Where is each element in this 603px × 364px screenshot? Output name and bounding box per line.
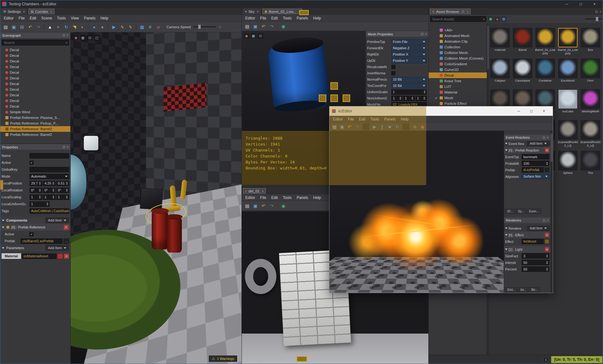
asset-thumbnail[interactable]: ExcelsiorII	[557, 59, 579, 89]
thumbnail-size-slider[interactable]	[585, 19, 602, 19]
event-type-field[interactable]: burnmark	[522, 154, 549, 159]
asset-type-item[interactable]: Collection	[429, 44, 487, 50]
asset-thumbnail[interactable]: Container	[534, 59, 556, 89]
normal-precision-select[interactable]: 10 Bit	[391, 77, 427, 82]
asset-type-item[interactable]: Decal	[429, 72, 487, 78]
menu-item[interactable]: Panels	[294, 15, 311, 21]
minimize-button[interactable]: ─	[560, 0, 574, 8]
asset-browser-tab[interactable]: ⊛ Asset Browser ⊡ ×	[429, 8, 471, 14]
new-document-icon[interactable]: ▤	[243, 23, 251, 30]
close-panel-icon[interactable]: ×	[547, 136, 549, 139]
stop-icon[interactable]: ■	[386, 123, 393, 130]
white-cube[interactable]	[84, 136, 98, 150]
scaling-y-spinner[interactable]: 1	[43, 195, 56, 200]
render-mode-icon[interactable]: ●	[90, 23, 98, 31]
simulate-fast-icon[interactable]: ϟ	[127, 23, 134, 31]
scenegraph-item[interactable]: Decal	[0, 98, 70, 104]
new-document-icon[interactable]: ▤	[243, 202, 251, 210]
size-factor-spinner[interactable]: 3	[522, 253, 549, 259]
asset-type-item[interactable]: <All>	[429, 27, 487, 33]
grid-view-icon[interactable]: ▦	[251, 33, 256, 39]
scenegraph-item[interactable]: Simple Wind	[0, 109, 70, 115]
reaction-prefab-field[interactable]: rk.ezPrefab	[522, 167, 544, 173]
camera-icon[interactable]: ◉	[244, 33, 249, 39]
rotation-z-spinner[interactable]: 0°	[56, 188, 69, 193]
magnet-icon[interactable]: ∪	[155, 23, 162, 31]
panel-tab[interactable]: Ini...	[518, 287, 529, 292]
camera-speed-slider[interactable]	[193, 26, 216, 27]
close-panel-icon[interactable]: ×	[547, 219, 549, 222]
menu-item[interactable]: Panels	[382, 116, 398, 122]
float-panel-icon[interactable]: ⊡	[543, 219, 545, 222]
asset-search-input[interactable]	[432, 17, 483, 21]
globalkey-field[interactable]	[30, 167, 69, 172]
type-check-icon[interactable]: ✓	[434, 96, 438, 100]
texcoord-precision-select[interactable]: 16 Bit	[391, 83, 427, 88]
material-color-swatch[interactable]	[57, 254, 63, 259]
tab-close-icon[interactable]: ×	[467, 10, 469, 13]
pause-icon[interactable]: ∥	[379, 123, 386, 130]
rotation-x-spinner[interactable]: 0°	[30, 188, 42, 193]
asset-thumbnail[interactable]: Barrel_01_Lowpoly	[534, 28, 556, 59]
mode-select[interactable]: Automatic	[30, 174, 69, 179]
asset-thumbnail[interactable]: Asteroid	[489, 28, 511, 59]
save-icon[interactable]: ⊟	[18, 23, 26, 31]
effect-asset-field[interactable]: fectAsset	[522, 239, 544, 244]
scenegraph-search[interactable]: ×	[2, 40, 69, 46]
asset-thumbnail[interactable]: Calypso	[489, 59, 511, 89]
menu-item[interactable]: Panels	[81, 15, 98, 21]
primitive-type-select[interactable]: From File	[391, 39, 427, 45]
redo-icon[interactable]: ↷	[268, 23, 275, 30]
menu-item[interactable]: Help	[398, 116, 411, 122]
intensity-spinner[interactable]: 50	[522, 260, 549, 265]
uniform-scale-spinner[interactable]: 1	[30, 201, 50, 207]
panel-tab[interactable]: Ef...	[505, 209, 515, 214]
asset-type-item[interactable]: Animated Mesh	[429, 33, 487, 39]
translate-gizmo-icon[interactable]: +	[54, 23, 62, 31]
menu-item[interactable]: File	[345, 116, 356, 122]
nonuniform-z-spinner[interactable]: 1	[416, 96, 427, 101]
scenegraph-item[interactable]: Decal	[0, 70, 70, 75]
scenegraph-item[interactable]: Prefab Reference: Pickup_P...	[0, 120, 70, 126]
menu-item[interactable]: Help	[311, 15, 323, 21]
menu-item[interactable]: Panels	[294, 195, 311, 201]
asset-thumbnail[interactable]: ScannedRock03_LQ	[579, 120, 601, 151]
render-sphere-icon[interactable]: ●	[99, 23, 106, 31]
asset-type-item[interactable]: Collision Mesh	[429, 50, 487, 56]
scenegraph-item[interactable]: Decal	[0, 81, 70, 87]
speaker-icon[interactable]: ♫	[218, 24, 221, 29]
remove-renderer-button[interactable]: ×	[545, 247, 549, 252]
filter-textures-icon[interactable]: ▦	[501, 16, 507, 22]
browse-prefab-button[interactable]: …	[63, 238, 69, 244]
scenegraph-item[interactable]: Decal	[0, 75, 70, 81]
maximize-view-icon[interactable]: ⊡	[87, 35, 93, 40]
position-x-spinner[interactable]: 29.7	[30, 181, 42, 186]
menu-item[interactable]: Help	[98, 15, 111, 21]
invert-normals-checkbox[interactable]	[391, 71, 395, 75]
nonuniform-x-spinner[interactable]: 1	[391, 96, 403, 101]
panel-tab[interactable]: Be...	[529, 287, 540, 292]
red-barrel[interactable]	[152, 211, 168, 249]
menu-item[interactable]: Editor	[330, 116, 345, 122]
menu-item[interactable]: File	[16, 15, 27, 21]
asset-type-item[interactable]: LUT	[429, 84, 487, 89]
active-checkbox[interactable]: ✓	[30, 161, 34, 165]
forward-dir-select[interactable]: Negative Z	[391, 46, 427, 51]
menu-item[interactable]: View	[68, 15, 81, 21]
world-local-toggle-icon[interactable]: ◐	[79, 23, 86, 31]
scenegraph-item[interactable]: Decal	[0, 58, 70, 64]
uniform-scaling-spinner[interactable]: 1	[391, 89, 427, 95]
menu-item[interactable]: Tools	[280, 15, 294, 21]
asset-type-item[interactable]: Particle Effect	[429, 101, 487, 106]
panel-tab[interactable]: Even...	[527, 209, 541, 214]
probability-spinner[interactable]: 100	[522, 161, 549, 166]
float-panel-icon[interactable]: ⊡	[62, 145, 65, 149]
scenegraph-item[interactable]: Prefab Reference: Barrel2	[0, 126, 70, 132]
maximize-button[interactable]: □	[525, 106, 538, 116]
dock-target-center[interactable]	[330, 94, 338, 102]
add-event-reaction-button[interactable]: Add Item	[527, 141, 549, 146]
document-tab[interactable]: ● Sky ×	[242, 8, 261, 14]
nonuniform-y-spinner[interactable]: 1	[403, 96, 415, 101]
asset-thumbnail[interactable]: Barrel_02_Lowpoly	[557, 28, 579, 59]
right-dir-select[interactable]: Positive X	[391, 52, 427, 57]
